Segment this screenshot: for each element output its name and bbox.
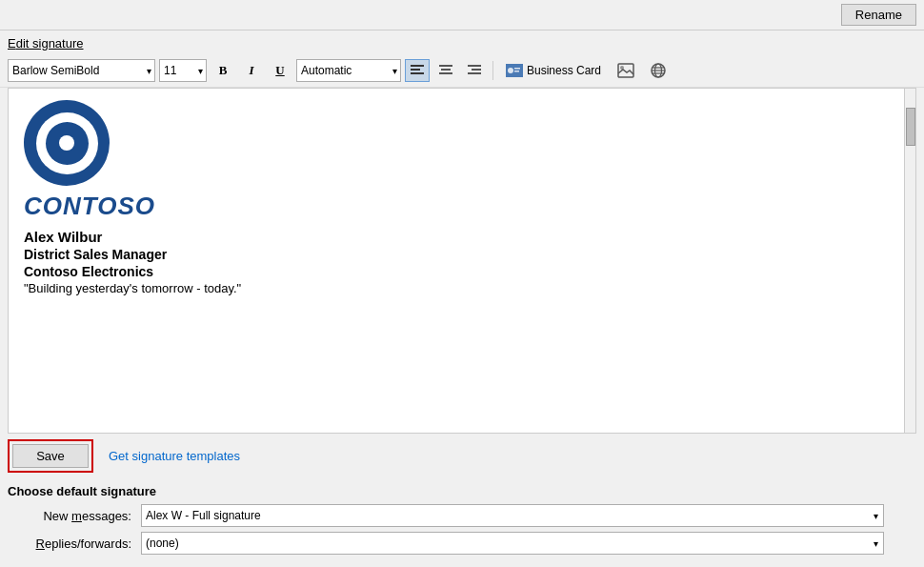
- logo-dot: [59, 135, 74, 151]
- svg-rect-2: [411, 72, 424, 74]
- svg-rect-4: [441, 69, 451, 71]
- replies-row: Replies/forwards: (none) Alex W - Full s…: [8, 532, 916, 555]
- edit-signature-label: Edit signature: [0, 30, 924, 54]
- signature-quote: "Building yesterday's tomorrow - today.": [24, 281, 889, 295]
- svg-rect-6: [468, 65, 481, 67]
- align-right-button[interactable]: [462, 59, 487, 82]
- image-insert-button[interactable]: [612, 58, 640, 83]
- signature-title: District Sales Manager: [24, 247, 889, 262]
- new-messages-label: New messages:: [8, 509, 141, 523]
- replies-label: Replies/forwards:: [8, 537, 141, 551]
- svg-rect-11: [514, 68, 520, 70]
- svg-point-10: [508, 68, 513, 73]
- top-bar: Rename: [0, 0, 924, 30]
- font-size-select[interactable]: 11 8 9 10 12 14: [159, 59, 207, 82]
- save-area: Save Get signature templates: [0, 434, 924, 478]
- default-sig-title: Choose default signature: [8, 484, 916, 498]
- align-left-icon: [411, 65, 424, 76]
- signature-company: Contoso Electronics: [24, 264, 889, 279]
- toolbar-separator: [492, 61, 493, 80]
- svg-rect-5: [439, 72, 452, 74]
- svg-rect-3: [439, 65, 452, 67]
- editor-scrollbar[interactable]: [904, 89, 915, 433]
- rename-button[interactable]: Rename: [841, 4, 916, 26]
- business-card-svg: [507, 65, 522, 76]
- color-select[interactable]: Automatic Black Red Blue: [296, 59, 401, 82]
- business-card-icon: [506, 64, 523, 77]
- hyperlink-icon: [650, 63, 667, 78]
- color-select-wrapper: Automatic Black Red Blue: [296, 59, 401, 82]
- hyperlink-button[interactable]: [644, 58, 673, 83]
- font-size-wrapper: 11 8 9 10 12 14: [159, 59, 207, 82]
- editor-content[interactable]: CONTOSO Alex Wilbur District Sales Manag…: [9, 89, 904, 433]
- svg-rect-12: [514, 71, 519, 72]
- business-card-label: Business Card: [527, 64, 601, 77]
- logo-mid: [46, 122, 89, 165]
- formatting-toolbar: Barlow SemiBold Arial Calibri 11 8 9 10 …: [0, 54, 924, 88]
- save-button-wrapper: Save: [8, 439, 93, 473]
- align-center-icon: [439, 65, 452, 76]
- svg-rect-7: [472, 69, 481, 71]
- replies-underline: R: [36, 537, 45, 551]
- business-card-button[interactable]: Business Card: [499, 58, 608, 83]
- align-center-button[interactable]: [433, 59, 458, 82]
- signature-editor: CONTOSO Alex Wilbur District Sales Manag…: [8, 88, 916, 434]
- new-messages-dropdown-wrapper: Alex W - Full signature (none): [141, 504, 884, 527]
- italic-button[interactable]: I: [239, 59, 264, 82]
- svg-rect-0: [411, 65, 424, 67]
- logo-circle: [24, 100, 110, 186]
- new-messages-row: New messages: Alex W - Full signature (n…: [8, 504, 916, 527]
- font-family-select[interactable]: Barlow SemiBold Arial Calibri: [8, 59, 155, 82]
- align-left-button[interactable]: [405, 59, 430, 82]
- signature-name: Alex Wilbur: [24, 229, 889, 245]
- logo-inner: [36, 112, 98, 174]
- contoso-logo: CONTOSO: [24, 100, 889, 221]
- image-icon: [617, 63, 634, 78]
- new-messages-underline: m: [71, 509, 82, 523]
- underline-button[interactable]: U: [268, 59, 292, 82]
- bold-button[interactable]: B: [211, 59, 235, 82]
- scrollbar-thumb[interactable]: [906, 108, 915, 146]
- align-right-icon: [468, 65, 481, 76]
- new-messages-select[interactable]: Alex W - Full signature (none): [141, 504, 884, 527]
- main-container: Rename Edit signature Barlow SemiBold Ar…: [0, 0, 924, 567]
- edit-rest: dit signature: [16, 36, 84, 51]
- get-templates-link[interactable]: Get signature templates: [109, 449, 240, 463]
- font-family-wrapper: Barlow SemiBold Arial Calibri: [8, 59, 155, 82]
- svg-rect-1: [411, 69, 420, 71]
- replies-dropdown-wrapper: (none) Alex W - Full signature: [141, 532, 884, 555]
- svg-rect-13: [618, 64, 633, 77]
- edit-underline: E: [8, 36, 16, 51]
- contoso-brand-text: CONTOSO: [24, 192, 889, 221]
- save-button[interactable]: Save: [12, 444, 89, 468]
- default-signature-section: Choose default signature New messages: A…: [0, 478, 924, 567]
- svg-rect-8: [468, 72, 481, 74]
- replies-select[interactable]: (none) Alex W - Full signature: [141, 532, 884, 555]
